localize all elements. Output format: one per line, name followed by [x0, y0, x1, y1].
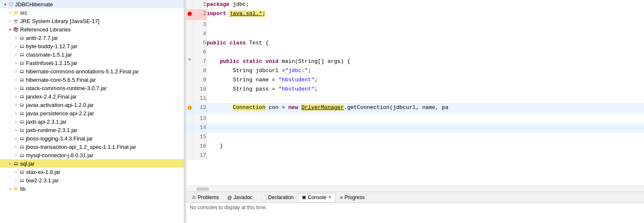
- kw-class: class: [229, 40, 246, 46]
- sidebar-item-src[interactable]: › 📁 src: [0, 8, 184, 17]
- jar-icon-jpersistence: 🗂: [18, 110, 25, 117]
- expand-arrow-jre[interactable]: ›: [8, 19, 13, 23]
- gutter-16: [186, 142, 193, 151]
- jar-icon-jbosstx: 🗂: [18, 143, 25, 150]
- linecode-16[interactable]: }: [206, 142, 644, 151]
- expand-arrow-staxex[interactable]: ›: [13, 170, 18, 174]
- expand-arrow-classmate[interactable]: ›: [13, 52, 18, 57]
- sidebar-item-jre[interactable]: › ☕ JRE System Library [JavaSE-17]: [0, 17, 184, 25]
- expand-arrow-lib[interactable]: ›: [8, 187, 13, 191]
- expand-arrow-mysql[interactable]: ›: [13, 153, 18, 158]
- sidebar-item-stax-ex[interactable]: › 🗂 stax-ex-1.8.jar: [0, 168, 184, 176]
- mysql-label: mysql-connector-j-8.0.31.jar: [26, 152, 93, 158]
- expand-arrow-fastinfoset[interactable]: ›: [13, 61, 18, 65]
- sidebar-item-javax-activation[interactable]: › 🗂 javax.activation-api-1.2.0.jar: [0, 101, 184, 109]
- sidebar-item-hibernate-commons[interactable]: › 🗂 hibernate-commons-annotations-5.1.2.…: [0, 67, 184, 75]
- linecode-4[interactable]: [206, 29, 644, 39]
- expand-arrow-jandex[interactable]: ›: [13, 94, 18, 99]
- linenum-15: 15: [193, 132, 206, 142]
- reflibraries-label: Referenced Libraries: [20, 26, 71, 33]
- linecode-6[interactable]: [206, 48, 644, 57]
- jar-icon-jactivation: 🗂: [18, 101, 25, 108]
- linecode-17[interactable]: [206, 151, 644, 160]
- console-close-button[interactable]: ✕: [328, 194, 332, 200]
- expand-arrow-bytebuddy[interactable]: ›: [13, 44, 18, 49]
- linecode-11[interactable]: [206, 94, 644, 103]
- gutter-5: [186, 39, 193, 48]
- expand-arrow-project[interactable]: ▾: [3, 2, 8, 7]
- string-decl-2: String name =: [233, 77, 278, 83]
- sidebar-item-jaxb-api[interactable]: › 🗂 jaxb-api-2.3.1.jar: [0, 117, 184, 126]
- linecode-8[interactable]: String jdbcurl ="jdbc:";: [206, 66, 644, 75]
- linenum-12: 12: [193, 103, 206, 114]
- gutter-10: [186, 85, 193, 94]
- linenum-17: 17: [193, 151, 206, 160]
- reflibrary-icon: 📚: [13, 26, 19, 33]
- tab-console[interactable]: ▣ Console ✕: [298, 193, 335, 202]
- expand-arrow-istack[interactable]: ›: [13, 86, 18, 91]
- sidebar-item-txw2[interactable]: › 🗂 txw2-2.3.1.jar: [0, 176, 184, 184]
- code-line-13: 13: [186, 114, 644, 123]
- expand-arrow-jactivation[interactable]: ›: [13, 103, 18, 107]
- linecode-3[interactable]: [206, 20, 644, 29]
- linecode-14[interactable]: [206, 123, 644, 132]
- code-line-4: 4: [186, 29, 644, 39]
- sidebar-item-project[interactable]: ▾ ⬡ JDBCHibernate: [0, 0, 184, 8]
- scrollbar-thumb[interactable]: [196, 187, 209, 191]
- sidebar-item-antlr[interactable]: › 🗂 antlr-2.7.7.jar: [0, 34, 184, 42]
- linecode-7[interactable]: public static void main(String[] args) {: [206, 57, 644, 66]
- gutter-14: [186, 123, 193, 132]
- error-dot-2: [188, 12, 192, 16]
- code-line-6: 6: [186, 48, 644, 57]
- expand-arrow-hcommons[interactable]: ›: [13, 69, 18, 74]
- project-label: JDBCHibernate: [15, 1, 53, 8]
- sidebar-item-lib[interactable]: › 📁 lib: [0, 184, 184, 193]
- sidebar-item-sql[interactable]: › 🗂 sql.jar: [0, 159, 184, 168]
- expand-arrow-jbosstx[interactable]: ›: [13, 145, 18, 149]
- linecode-5[interactable]: public class Test {: [206, 39, 644, 48]
- main-method: main(String[] args) {: [282, 58, 350, 65]
- expand-arrow-hcore[interactable]: ›: [13, 78, 18, 82]
- sidebar-item-javax-persistence[interactable]: › 🗂 javax.persistence-api-2.2.jar: [0, 109, 184, 117]
- horizontal-scrollbar[interactable]: [186, 186, 644, 192]
- sidebar-item-fastinfoset[interactable]: › 🗂 FastInfoset-1.2.15.jar: [0, 59, 184, 67]
- linecode-13[interactable]: [206, 114, 644, 123]
- expand-arrow-src[interactable]: ›: [8, 10, 13, 15]
- linecode-15[interactable]: [206, 132, 644, 142]
- sidebar-item-jaxb-runtime[interactable]: › 🗂 jaxb-runtime-2.3.1.jar: [0, 126, 184, 134]
- expand-arrow-sql[interactable]: ›: [8, 161, 13, 166]
- sidebar-item-istack[interactable]: › 🗂 istack-commons-runtime-3.0.7.jar: [0, 84, 184, 92]
- linecode-10[interactable]: String pass = "hbstudent";: [206, 85, 644, 94]
- tab-progress[interactable]: ≡ Progress: [336, 193, 368, 202]
- str-name: "hbstudent": [278, 77, 314, 83]
- sidebar-item-reflibraries[interactable]: ▾ 📚 Referenced Libraries: [0, 25, 184, 34]
- code-line-9: 9 String name = "hbstudent";: [186, 75, 644, 85]
- linecode-12[interactable]: Connection con = new DriverManager.getCo…: [206, 103, 644, 114]
- linecode-9[interactable]: String name = "hbstudent";: [206, 75, 644, 85]
- sidebar-item-jboss-logging[interactable]: › 🗂 jboss-logging-3.4.3.Final.jar: [0, 134, 184, 143]
- linecode-1[interactable]: package jdbc;: [206, 0, 644, 9]
- tab-javadoc[interactable]: @ Javadoc: [224, 193, 256, 202]
- sidebar-item-jboss-transaction[interactable]: › 🗂 jboss-transaction-api_1.2_spec-1.1.1…: [0, 143, 184, 151]
- expand-arrow-jbosslog[interactable]: ›: [13, 136, 18, 141]
- expand-arrow-txw2[interactable]: ›: [13, 178, 18, 183]
- code-area[interactable]: 1 package jdbc; 2 import java.sql.*; 3: [186, 0, 644, 186]
- expand-arrow-reflib[interactable]: ▾: [8, 27, 13, 32]
- sidebar-item-mysql[interactable]: › 🗂 mysql-connector-j-8.0.31.jar: [0, 151, 184, 159]
- sidebar-item-jandex[interactable]: › 🗂 jandex-2.4.2.Final.jar: [0, 92, 184, 101]
- jar-icon-sql: 🗂: [13, 160, 19, 167]
- tab-problems[interactable]: ⚠ Problems: [188, 193, 223, 202]
- expand-arrow-antlr[interactable]: ›: [13, 36, 18, 40]
- sidebar-item-hibernate-core[interactable]: › 🗂 hibernate-core-5.6.5.Final.jar: [0, 75, 184, 84]
- sidebar-item-bytebuddy[interactable]: › 🗂 byte-buddy-1.12.7.jar: [0, 42, 184, 50]
- gutter-4: [186, 29, 193, 39]
- tab-declaration[interactable]: 📄 Declaration: [257, 193, 298, 202]
- expand-arrow-jaxbapi[interactable]: ›: [13, 119, 18, 124]
- linenum-7: 7: [193, 57, 206, 66]
- linecode-2[interactable]: import java.sql.*;: [206, 9, 644, 20]
- expand-arrow-jpersistence[interactable]: ›: [13, 111, 18, 116]
- string-decl-1: String jdbcurl =: [233, 67, 285, 74]
- sidebar-item-classmate[interactable]: › 🗂 classmate-1.5.1.jar: [0, 50, 184, 59]
- expand-arrow-jaxbrt[interactable]: ›: [13, 128, 18, 132]
- javadoc-icon: @: [227, 195, 232, 200]
